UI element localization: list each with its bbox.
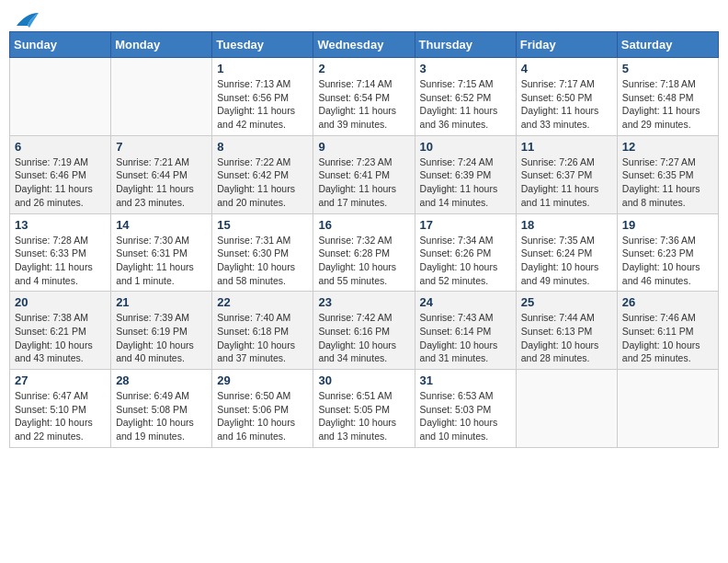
day-info: Sunrise: 7:30 AMSunset: 6:31 PMDaylight:… <box>116 234 207 288</box>
calendar-cell: 17Sunrise: 7:34 AMSunset: 6:26 PMDayligh… <box>415 213 516 292</box>
day-number: 25 <box>521 295 612 309</box>
day-number: 8 <box>217 140 308 154</box>
day-number: 4 <box>521 62 612 75</box>
day-number: 10 <box>420 140 511 154</box>
day-number: 1 <box>217 62 308 75</box>
calendar-cell: 18Sunrise: 7:35 AMSunset: 6:24 PMDayligh… <box>516 213 617 292</box>
calendar-cell: 22Sunrise: 7:40 AMSunset: 6:18 PMDayligh… <box>212 292 313 370</box>
calendar-week-row: 6Sunrise: 7:19 AMSunset: 6:46 PMDaylight… <box>10 135 719 213</box>
day-of-week-header: Sunday <box>10 32 111 58</box>
calendar-cell: 27Sunrise: 6:47 AMSunset: 5:10 PMDayligh… <box>10 370 111 448</box>
calendar-cell: 8Sunrise: 7:22 AMSunset: 6:42 PMDaylight… <box>212 135 313 213</box>
calendar-cell <box>10 58 111 136</box>
logo-bird-icon <box>15 9 40 29</box>
day-info: Sunrise: 7:19 AMSunset: 6:46 PMDaylight:… <box>15 155 106 210</box>
day-of-week-header: Tuesday <box>212 32 313 58</box>
page-header <box>9 9 719 26</box>
calendar-week-row: 1Sunrise: 7:13 AMSunset: 6:56 PMDaylight… <box>10 58 719 136</box>
day-number: 24 <box>420 295 511 309</box>
calendar-cell: 28Sunrise: 6:49 AMSunset: 5:08 PMDayligh… <box>111 370 212 448</box>
day-info: Sunrise: 7:17 AMSunset: 6:50 PMDaylight:… <box>521 77 612 132</box>
day-number: 5 <box>622 62 713 75</box>
day-info: Sunrise: 7:42 AMSunset: 6:16 PMDaylight:… <box>318 311 409 365</box>
day-number: 7 <box>116 140 207 154</box>
day-info: Sunrise: 7:26 AMSunset: 6:37 PMDaylight:… <box>521 155 612 210</box>
calendar-cell <box>516 370 617 448</box>
day-number: 16 <box>318 218 409 232</box>
calendar-cell: 19Sunrise: 7:36 AMSunset: 6:23 PMDayligh… <box>617 213 718 292</box>
calendar-cell: 26Sunrise: 7:46 AMSunset: 6:11 PMDayligh… <box>617 292 718 370</box>
calendar-header-row: SundayMondayTuesdayWednesdayThursdayFrid… <box>10 32 719 58</box>
day-number: 27 <box>15 373 106 387</box>
day-info: Sunrise: 7:23 AMSunset: 6:41 PMDaylight:… <box>318 155 409 210</box>
day-info: Sunrise: 7:43 AMSunset: 6:14 PMDaylight:… <box>420 311 511 365</box>
day-number: 11 <box>521 140 612 154</box>
calendar-cell: 11Sunrise: 7:26 AMSunset: 6:37 PMDayligh… <box>516 135 617 213</box>
day-info: Sunrise: 6:51 AMSunset: 5:05 PMDaylight:… <box>318 389 409 443</box>
day-of-week-header: Wednesday <box>313 32 415 58</box>
calendar-cell: 15Sunrise: 7:31 AMSunset: 6:30 PMDayligh… <box>212 213 313 292</box>
calendar-cell: 31Sunrise: 6:53 AMSunset: 5:03 PMDayligh… <box>415 370 516 448</box>
day-number: 6 <box>15 140 106 154</box>
calendar-cell: 21Sunrise: 7:39 AMSunset: 6:19 PMDayligh… <box>111 292 212 370</box>
calendar-week-row: 27Sunrise: 6:47 AMSunset: 5:10 PMDayligh… <box>10 370 719 448</box>
day-info: Sunrise: 7:27 AMSunset: 6:35 PMDaylight:… <box>622 155 713 210</box>
day-number: 9 <box>318 140 409 154</box>
day-number: 26 <box>622 295 713 309</box>
calendar-cell: 20Sunrise: 7:38 AMSunset: 6:21 PMDayligh… <box>10 292 111 370</box>
day-info: Sunrise: 7:46 AMSunset: 6:11 PMDaylight:… <box>622 311 713 365</box>
day-number: 21 <box>116 295 207 309</box>
day-info: Sunrise: 7:35 AMSunset: 6:24 PMDaylight:… <box>521 234 612 288</box>
day-info: Sunrise: 7:15 AMSunset: 6:52 PMDaylight:… <box>420 77 511 132</box>
day-number: 18 <box>521 218 612 232</box>
calendar-cell: 3Sunrise: 7:15 AMSunset: 6:52 PMDaylight… <box>415 58 516 136</box>
calendar-cell: 6Sunrise: 7:19 AMSunset: 6:46 PMDaylight… <box>10 135 111 213</box>
calendar-cell: 25Sunrise: 7:44 AMSunset: 6:13 PMDayligh… <box>516 292 617 370</box>
calendar-cell: 5Sunrise: 7:18 AMSunset: 6:48 PMDaylight… <box>617 58 718 136</box>
day-number: 15 <box>217 218 308 232</box>
calendar-cell: 9Sunrise: 7:23 AMSunset: 6:41 PMDaylight… <box>313 135 415 213</box>
day-info: Sunrise: 7:40 AMSunset: 6:18 PMDaylight:… <box>217 311 308 365</box>
calendar-cell: 16Sunrise: 7:32 AMSunset: 6:28 PMDayligh… <box>313 213 415 292</box>
day-info: Sunrise: 7:36 AMSunset: 6:23 PMDaylight:… <box>622 234 713 288</box>
day-number: 14 <box>116 218 207 232</box>
day-info: Sunrise: 6:47 AMSunset: 5:10 PMDaylight:… <box>15 389 106 443</box>
day-of-week-header: Thursday <box>415 32 516 58</box>
calendar-cell: 29Sunrise: 6:50 AMSunset: 5:06 PMDayligh… <box>212 370 313 448</box>
day-number: 13 <box>15 218 106 232</box>
day-info: Sunrise: 7:21 AMSunset: 6:44 PMDaylight:… <box>116 155 207 210</box>
logo-text <box>13 9 40 29</box>
day-info: Sunrise: 7:39 AMSunset: 6:19 PMDaylight:… <box>116 311 207 365</box>
logo <box>13 9 40 26</box>
calendar-table: SundayMondayTuesdayWednesdayThursdayFrid… <box>9 31 719 448</box>
day-info: Sunrise: 7:31 AMSunset: 6:30 PMDaylight:… <box>217 234 308 288</box>
day-info: Sunrise: 6:49 AMSunset: 5:08 PMDaylight:… <box>116 389 207 443</box>
day-info: Sunrise: 7:22 AMSunset: 6:42 PMDaylight:… <box>217 155 308 210</box>
day-info: Sunrise: 7:18 AMSunset: 6:48 PMDaylight:… <box>622 77 713 132</box>
calendar-cell: 12Sunrise: 7:27 AMSunset: 6:35 PMDayligh… <box>617 135 718 213</box>
day-number: 29 <box>217 373 308 387</box>
day-info: Sunrise: 6:50 AMSunset: 5:06 PMDaylight:… <box>217 389 308 443</box>
day-number: 20 <box>15 295 106 309</box>
day-number: 2 <box>318 62 409 75</box>
day-of-week-header: Friday <box>516 32 617 58</box>
calendar-cell: 4Sunrise: 7:17 AMSunset: 6:50 PMDaylight… <box>516 58 617 136</box>
day-info: Sunrise: 7:14 AMSunset: 6:54 PMDaylight:… <box>318 77 409 132</box>
day-info: Sunrise: 7:38 AMSunset: 6:21 PMDaylight:… <box>15 311 106 365</box>
day-info: Sunrise: 7:28 AMSunset: 6:33 PMDaylight:… <box>15 234 106 288</box>
day-info: Sunrise: 7:32 AMSunset: 6:28 PMDaylight:… <box>318 234 409 288</box>
calendar-cell: 7Sunrise: 7:21 AMSunset: 6:44 PMDaylight… <box>111 135 212 213</box>
calendar-cell <box>111 58 212 136</box>
day-number: 23 <box>318 295 409 309</box>
day-number: 30 <box>318 373 409 387</box>
day-info: Sunrise: 7:24 AMSunset: 6:39 PMDaylight:… <box>420 155 511 210</box>
calendar-cell <box>617 370 718 448</box>
calendar-cell: 24Sunrise: 7:43 AMSunset: 6:14 PMDayligh… <box>415 292 516 370</box>
day-number: 28 <box>116 373 207 387</box>
calendar-cell: 30Sunrise: 6:51 AMSunset: 5:05 PMDayligh… <box>313 370 415 448</box>
day-of-week-header: Saturday <box>617 32 718 58</box>
day-number: 22 <box>217 295 308 309</box>
day-number: 17 <box>420 218 511 232</box>
day-number: 19 <box>622 218 713 232</box>
day-info: Sunrise: 7:13 AMSunset: 6:56 PMDaylight:… <box>217 77 308 132</box>
